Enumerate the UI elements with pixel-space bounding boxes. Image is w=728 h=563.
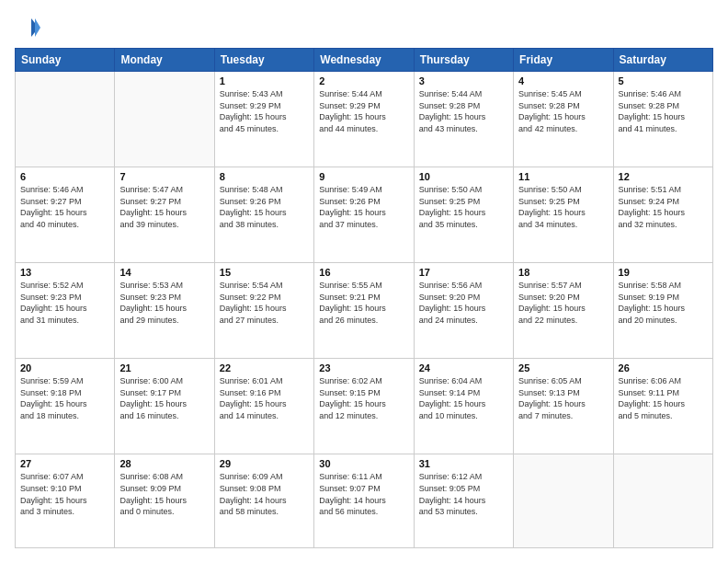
calendar-header-wednesday: Wednesday [314,49,414,72]
calendar-cell: 31Sunrise: 6:12 AM Sunset: 9:05 PM Dayli… [414,454,513,548]
calendar-cell: 19Sunrise: 5:58 AM Sunset: 9:19 PM Dayli… [613,263,712,359]
calendar-cell: 2Sunrise: 5:44 AM Sunset: 9:29 PM Daylig… [314,72,414,167]
day-number: 2 [319,75,408,86]
calendar-cell: 4Sunrise: 5:45 AM Sunset: 9:28 PM Daylig… [514,72,613,167]
day-number: 23 [319,362,408,373]
day-number: 19 [619,267,708,278]
day-number: 17 [419,267,508,278]
calendar-cell: 16Sunrise: 5:55 AM Sunset: 9:21 PM Dayli… [314,263,414,359]
calendar-header-friday: Friday [514,49,613,72]
calendar-cell: 11Sunrise: 5:50 AM Sunset: 9:25 PM Dayli… [514,167,613,263]
calendar-cell: 24Sunrise: 6:04 AM Sunset: 9:14 PM Dayli… [414,359,513,454]
day-number: 31 [419,458,508,469]
calendar-header-row: SundayMondayTuesdayWednesdayThursdayFrid… [16,49,713,72]
calendar-header-tuesday: Tuesday [214,49,313,72]
calendar-cell: 8Sunrise: 5:48 AM Sunset: 9:26 PM Daylig… [214,167,313,263]
day-info: Sunrise: 5:52 AM Sunset: 9:23 PM Dayligh… [20,280,109,326]
calendar-cell: 23Sunrise: 6:02 AM Sunset: 9:15 PM Dayli… [314,359,414,454]
page: SundayMondayTuesdayWednesdayThursdayFrid… [0,0,728,563]
day-info: Sunrise: 6:08 AM Sunset: 9:09 PM Dayligh… [119,471,209,517]
day-number: 15 [220,267,309,278]
day-info: Sunrise: 5:50 AM Sunset: 9:25 PM Dayligh… [419,184,508,230]
day-number: 29 [220,458,309,469]
calendar-cell: 3Sunrise: 5:44 AM Sunset: 9:28 PM Daylig… [414,72,513,167]
day-info: Sunrise: 6:02 AM Sunset: 9:15 PM Dayligh… [319,375,408,421]
calendar-cell: 20Sunrise: 5:59 AM Sunset: 9:18 PM Dayli… [16,359,115,454]
calendar-cell [514,454,613,548]
header [15,15,713,40]
calendar-cell: 9Sunrise: 5:49 AM Sunset: 9:26 PM Daylig… [314,167,414,263]
day-number: 7 [119,171,209,182]
day-info: Sunrise: 5:47 AM Sunset: 9:27 PM Dayligh… [119,184,209,230]
calendar-header-thursday: Thursday [414,49,513,72]
day-number: 1 [220,75,309,86]
calendar-cell: 15Sunrise: 5:54 AM Sunset: 9:22 PM Dayli… [214,263,313,359]
day-info: Sunrise: 6:06 AM Sunset: 9:11 PM Dayligh… [619,375,708,421]
calendar-cell: 12Sunrise: 5:51 AM Sunset: 9:24 PM Dayli… [613,167,712,263]
day-info: Sunrise: 5:46 AM Sunset: 9:28 PM Dayligh… [619,88,708,134]
calendar-cell: 5Sunrise: 5:46 AM Sunset: 9:28 PM Daylig… [613,72,712,167]
day-info: Sunrise: 5:46 AM Sunset: 9:27 PM Dayligh… [20,184,109,230]
calendar-week-row: 1Sunrise: 5:43 AM Sunset: 9:29 PM Daylig… [16,72,713,167]
day-info: Sunrise: 6:04 AM Sunset: 9:14 PM Dayligh… [419,375,508,421]
day-number: 30 [319,458,408,469]
calendar-cell: 18Sunrise: 5:57 AM Sunset: 9:20 PM Dayli… [514,263,613,359]
calendar-cell: 29Sunrise: 6:09 AM Sunset: 9:08 PM Dayli… [214,454,313,548]
day-number: 27 [20,458,109,469]
day-number: 21 [119,362,209,373]
calendar-cell: 7Sunrise: 5:47 AM Sunset: 9:27 PM Daylig… [115,167,214,263]
day-number: 5 [619,75,708,86]
calendar-cell: 21Sunrise: 6:00 AM Sunset: 9:17 PM Dayli… [115,359,214,454]
day-number: 14 [119,267,209,278]
calendar-cell: 6Sunrise: 5:46 AM Sunset: 9:27 PM Daylig… [16,167,115,263]
calendar-header-saturday: Saturday [613,49,712,72]
logo [15,15,44,40]
day-number: 24 [419,362,508,373]
day-info: Sunrise: 5:44 AM Sunset: 9:29 PM Dayligh… [319,88,408,134]
calendar-cell [115,72,214,167]
day-info: Sunrise: 5:51 AM Sunset: 9:24 PM Dayligh… [619,184,708,230]
day-number: 10 [419,171,508,182]
day-info: Sunrise: 6:01 AM Sunset: 9:16 PM Dayligh… [220,375,309,421]
day-info: Sunrise: 6:09 AM Sunset: 9:08 PM Dayligh… [220,471,309,517]
day-info: Sunrise: 6:12 AM Sunset: 9:05 PM Dayligh… [419,471,508,517]
calendar-cell: 27Sunrise: 6:07 AM Sunset: 9:10 PM Dayli… [16,454,115,548]
day-number: 3 [419,75,508,86]
day-info: Sunrise: 6:07 AM Sunset: 9:10 PM Dayligh… [20,471,109,517]
calendar-cell: 10Sunrise: 5:50 AM Sunset: 9:25 PM Dayli… [414,167,513,263]
calendar-header-monday: Monday [115,49,214,72]
svg-marker-1 [35,18,40,37]
calendar-header-sunday: Sunday [16,49,115,72]
day-info: Sunrise: 5:49 AM Sunset: 9:26 PM Dayligh… [319,184,408,230]
day-number: 4 [518,75,608,86]
day-info: Sunrise: 6:11 AM Sunset: 9:07 PM Dayligh… [319,471,408,517]
day-number: 6 [20,171,109,182]
day-number: 11 [518,171,608,182]
day-info: Sunrise: 5:48 AM Sunset: 9:26 PM Dayligh… [220,184,309,230]
calendar-cell: 22Sunrise: 6:01 AM Sunset: 9:16 PM Dayli… [214,359,313,454]
day-number: 12 [619,171,708,182]
day-info: Sunrise: 5:50 AM Sunset: 9:25 PM Dayligh… [518,184,608,230]
day-number: 22 [220,362,309,373]
day-number: 26 [619,362,708,373]
day-number: 8 [220,171,309,182]
day-number: 18 [518,267,608,278]
day-info: Sunrise: 5:45 AM Sunset: 9:28 PM Dayligh… [518,88,608,134]
day-info: Sunrise: 5:55 AM Sunset: 9:21 PM Dayligh… [319,280,408,326]
day-info: Sunrise: 5:58 AM Sunset: 9:19 PM Dayligh… [619,280,708,326]
calendar-cell: 25Sunrise: 6:05 AM Sunset: 9:13 PM Dayli… [514,359,613,454]
day-info: Sunrise: 6:00 AM Sunset: 9:17 PM Dayligh… [119,375,209,421]
calendar-week-row: 13Sunrise: 5:52 AM Sunset: 9:23 PM Dayli… [16,263,713,359]
calendar-table: SundayMondayTuesdayWednesdayThursdayFrid… [15,48,713,548]
day-info: Sunrise: 5:53 AM Sunset: 9:23 PM Dayligh… [119,280,209,326]
calendar-cell: 13Sunrise: 5:52 AM Sunset: 9:23 PM Dayli… [16,263,115,359]
calendar-cell: 1Sunrise: 5:43 AM Sunset: 9:29 PM Daylig… [214,72,313,167]
calendar-cell [613,454,712,548]
day-number: 20 [20,362,109,373]
calendar-cell [16,72,115,167]
calendar-week-row: 27Sunrise: 6:07 AM Sunset: 9:10 PM Dayli… [16,454,713,548]
day-number: 28 [119,458,209,469]
day-info: Sunrise: 5:44 AM Sunset: 9:28 PM Dayligh… [419,88,508,134]
calendar-cell: 17Sunrise: 5:56 AM Sunset: 9:20 PM Dayli… [414,263,513,359]
calendar-week-row: 6Sunrise: 5:46 AM Sunset: 9:27 PM Daylig… [16,167,713,263]
